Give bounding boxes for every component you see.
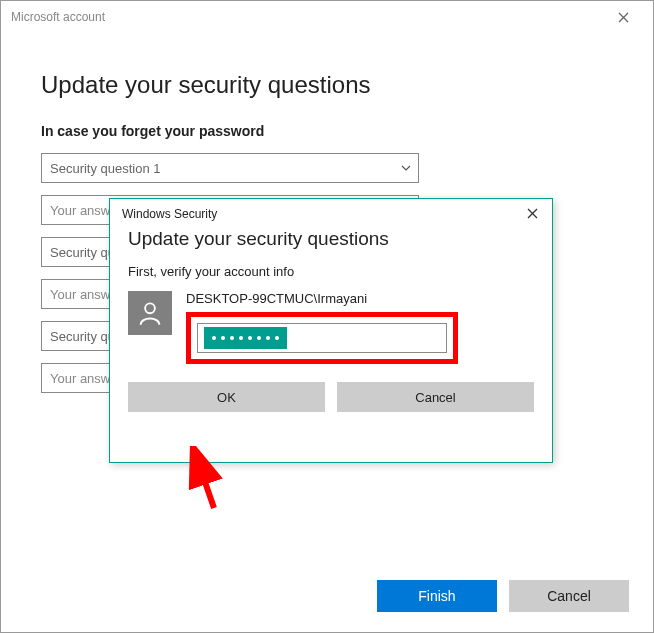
footer-buttons: Finish Cancel (377, 580, 629, 612)
dialog-titlebar: Windows Security (110, 199, 552, 224)
person-icon (136, 299, 164, 327)
password-input[interactable] (197, 323, 447, 353)
dialog-subheading: First, verify your account info (128, 264, 534, 279)
highlight-box (186, 312, 458, 364)
password-dots (204, 327, 287, 349)
window-titlebar: Microsoft account (1, 1, 653, 33)
close-icon (527, 208, 538, 219)
dialog-close-button[interactable] (521, 205, 544, 222)
ok-button[interactable]: OK (128, 382, 325, 412)
user-avatar (128, 291, 172, 335)
svg-line-1 (196, 456, 214, 508)
dialog-cancel-button[interactable]: Cancel (337, 382, 534, 412)
chevron-down-icon (400, 162, 412, 174)
security-question-1-select[interactable]: Security question 1 (41, 153, 419, 183)
page-subheading: In case you forget your password (41, 123, 613, 139)
cancel-button[interactable]: Cancel (509, 580, 629, 612)
svg-point-0 (145, 303, 155, 313)
page-heading: Update your security questions (41, 71, 613, 99)
dialog-title: Windows Security (122, 207, 217, 221)
window-close-button[interactable] (603, 9, 643, 26)
finish-button[interactable]: Finish (377, 580, 497, 612)
account-name: DESKTOP-99CTMUC\Irmayani (186, 291, 534, 306)
windows-security-dialog: Windows Security Update your security qu… (109, 198, 553, 463)
close-icon (618, 12, 629, 23)
select-placeholder: Security question 1 (50, 161, 161, 176)
dialog-heading: Update your security questions (128, 228, 534, 250)
window-title: Microsoft account (11, 10, 105, 24)
